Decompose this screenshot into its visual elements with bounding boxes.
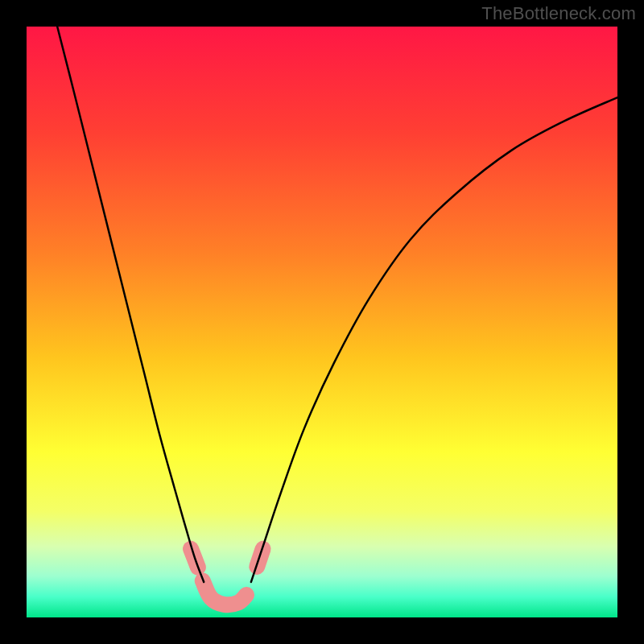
attribution-text: TheBottleneck.com (481, 3, 636, 24)
chart-stage: TheBottleneck.com (0, 0, 644, 644)
bottleneck-chart (0, 0, 644, 644)
plot-background (27, 27, 617, 617)
